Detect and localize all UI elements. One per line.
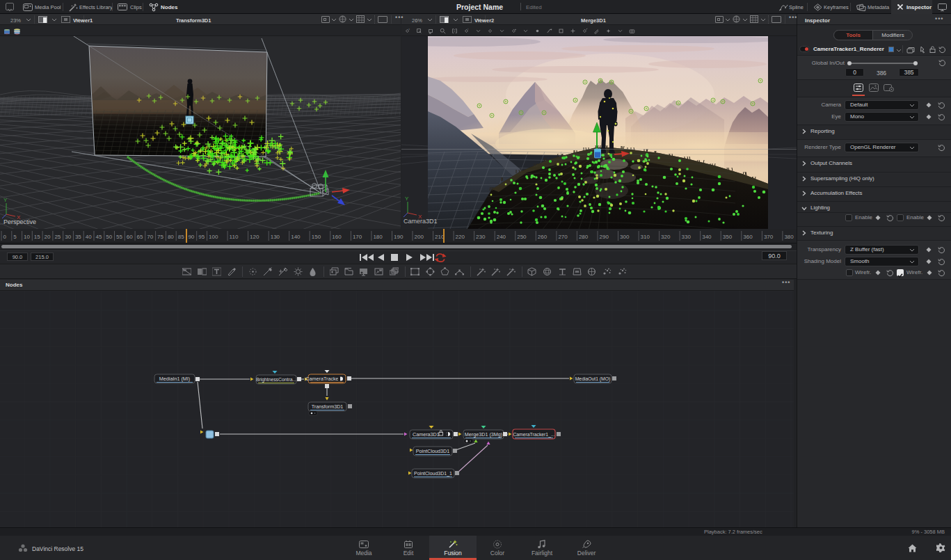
svg-text:MediaIn1 (MI): MediaIn1 (MI) [159, 376, 190, 382]
svg-text:MediaOut1 (MO): MediaOut1 (MO) [575, 376, 611, 382]
svg-text:CameraTracke...: CameraTracke... [305, 376, 342, 382]
svg-text:CameraTracker1_...: CameraTracker1_... [513, 432, 554, 438]
svg-text:PointCloud3D1: PointCloud3D1 [416, 448, 449, 454]
svg-text:Transform3D1: Transform3D1 [312, 403, 344, 410]
svg-text:Merge3D1 (3Mg): Merge3D1 (3Mg) [465, 431, 502, 438]
svg-text:BrightnessContra...: BrightnessContra... [256, 377, 296, 383]
svg-text:PointCloud3D1_1: PointCloud3D1_1 [414, 471, 452, 477]
svg-text:Camera3D1: Camera3D1 [413, 431, 440, 438]
